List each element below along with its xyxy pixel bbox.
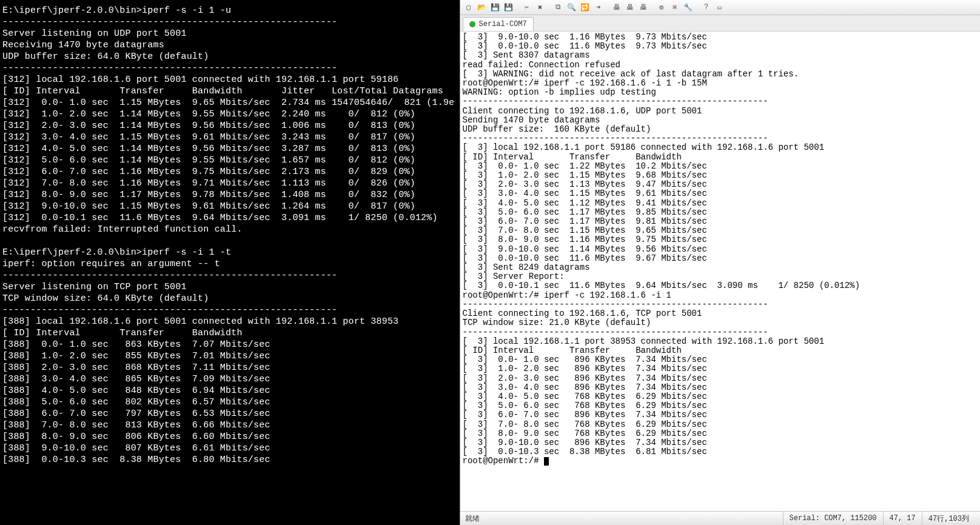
cut-icon[interactable]: ✂ bbox=[521, 1, 533, 13]
delete-icon[interactable]: ✖ bbox=[534, 1, 546, 13]
connected-icon bbox=[469, 21, 475, 27]
new-icon[interactable]: ▢ bbox=[463, 1, 475, 13]
tab-serial-com7[interactable]: Serial-COM7 bbox=[463, 17, 534, 31]
goto-icon[interactable]: ➜ bbox=[592, 1, 605, 13]
toolbar: ▢📂💾💾✂✖⧉🔍🔁➜🖶🖶🖶⚙⌘🔧?▭ bbox=[460, 0, 980, 15]
tools-icon[interactable]: 🔧 bbox=[682, 1, 694, 13]
save-icon[interactable]: 💾 bbox=[489, 1, 502, 13]
replace-icon[interactable]: 🔁 bbox=[579, 1, 591, 13]
saveall-icon[interactable]: 💾 bbox=[503, 1, 515, 13]
settings-icon[interactable]: ⚙ bbox=[656, 1, 668, 13]
printpreview-icon[interactable]: 🖶 bbox=[624, 1, 636, 13]
status-size: 47行,103列 bbox=[922, 512, 975, 525]
help-icon[interactable]: ? bbox=[700, 1, 713, 13]
status-ready: 就绪 bbox=[465, 513, 480, 524]
serial-app-window: ▢📂💾💾✂✖⧉🔍🔁➜🖶🖶🖶⚙⌘🔧?▭ Serial-COM7 [ 3] 9.0-… bbox=[460, 0, 980, 525]
copy-icon[interactable]: ⧉ bbox=[552, 1, 565, 13]
tab-label: Serial-COM7 bbox=[479, 20, 527, 28]
printsetup-icon[interactable]: 🖶 bbox=[637, 1, 649, 13]
cmd-terminal[interactable]: E:\iperf\jperf-2.0.0\bin>iperf -s -i 1 -… bbox=[0, 0, 460, 525]
status-cursor-pos: 47, 17 bbox=[883, 512, 922, 525]
serial-console[interactable]: [ 3] 9.0-10.0 sec 1.16 MBytes 9.73 Mbits… bbox=[460, 32, 980, 511]
open-icon[interactable]: 📂 bbox=[476, 1, 488, 13]
status-port: Serial: COM7, 115200 bbox=[783, 512, 883, 525]
tab-bar: Serial-COM7 bbox=[460, 15, 980, 32]
window-icon[interactable]: ▭ bbox=[714, 1, 726, 13]
status-bar: 就绪 Serial: COM7, 115200 47, 17 47行,103列 bbox=[460, 511, 980, 525]
cursor bbox=[544, 457, 549, 466]
macro-icon[interactable]: ⌘ bbox=[669, 1, 681, 13]
print-icon[interactable]: 🖶 bbox=[611, 1, 623, 13]
find-icon[interactable]: 🔍 bbox=[566, 1, 578, 13]
